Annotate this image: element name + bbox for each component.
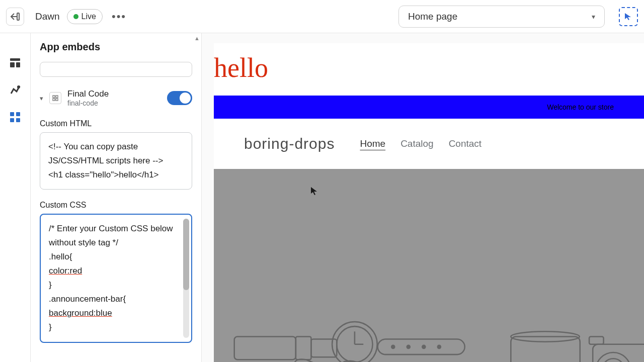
svg-point-32 <box>596 352 630 362</box>
live-dot-icon <box>73 14 78 19</box>
svg-rect-6 <box>16 112 20 116</box>
svg-rect-11 <box>53 99 55 101</box>
sidebar-title: App embeds <box>40 41 192 53</box>
hero-products-illustration <box>214 237 644 362</box>
svg-rect-10 <box>56 96 58 98</box>
embed-toggle[interactable] <box>167 91 192 105</box>
store-nav: Home Catalog Contact <box>360 138 481 149</box>
svg-point-22 <box>407 345 410 348</box>
embed-item: ▾ Final Code final-code <box>40 89 192 107</box>
svg-rect-7 <box>10 118 14 122</box>
preview-pane: hello Welcome to our store boring-drops … <box>202 33 644 362</box>
icon-rail <box>0 33 31 362</box>
embed-subtitle: final-code <box>67 99 161 107</box>
custom-html-textarea[interactable]: <!-- You can copy paste JS/CSS/HTML scri… <box>40 132 192 190</box>
collapse-chevron-icon[interactable]: ▾ <box>40 95 43 102</box>
svg-rect-34 <box>589 337 603 344</box>
announcement-bar: Welcome to our store <box>214 96 644 119</box>
theme-name: Dawn <box>35 11 60 22</box>
svg-point-21 <box>391 345 394 348</box>
live-label: Live <box>82 12 96 21</box>
store-header: boring-drops Home Catalog Contact <box>214 119 644 169</box>
cursor-icon <box>310 187 317 198</box>
svg-rect-8 <box>16 118 20 122</box>
app-embeds-rail-icon[interactable] <box>9 111 22 124</box>
truncated-field[interactable] <box>40 62 192 77</box>
settings-rail-icon[interactable] <box>9 83 22 97</box>
hello-heading: hello <box>214 43 644 96</box>
hero-section <box>214 169 644 362</box>
custom-css-textarea[interactable]: /* Enter your Custom CSS below without s… <box>40 214 192 342</box>
sections-rail-icon[interactable] <box>9 56 22 69</box>
sidebar: ▲ App embeds ▾ Final Code final-code Cus… <box>31 33 202 362</box>
svg-point-24 <box>438 345 441 348</box>
scroll-up-icon[interactable]: ▲ <box>194 35 200 41</box>
preview-frame[interactable]: hello Welcome to our store boring-drops … <box>214 43 644 362</box>
svg-point-33 <box>602 359 625 362</box>
chevron-down-icon: ▾ <box>592 13 595 21</box>
svg-rect-9 <box>53 96 55 98</box>
svg-rect-2 <box>10 62 15 67</box>
svg-point-23 <box>422 345 425 348</box>
toggle-knob <box>180 93 191 104</box>
custom-css-label: Custom CSS <box>40 201 192 210</box>
custom-html-label: Custom HTML <box>40 119 192 128</box>
inspector-button[interactable] <box>619 7 638 26</box>
live-badge: Live <box>67 9 103 24</box>
embed-app-icon <box>49 92 61 104</box>
svg-rect-20 <box>378 339 465 355</box>
store-name[interactable]: boring-drops <box>244 135 335 152</box>
embed-title: Final Code <box>67 89 161 99</box>
svg-point-4 <box>17 85 20 88</box>
svg-rect-5 <box>10 112 14 116</box>
svg-rect-0 <box>17 13 19 20</box>
nav-catalog[interactable]: Catalog <box>400 138 434 149</box>
svg-rect-14 <box>296 337 311 360</box>
page-selector-label: Home page <box>408 11 457 22</box>
page-selector[interactable]: Home page ▾ <box>398 6 605 28</box>
svg-rect-1 <box>10 58 20 61</box>
svg-rect-13 <box>234 337 296 360</box>
textarea-scrollbar[interactable] <box>183 219 189 337</box>
back-button[interactable] <box>6 8 24 26</box>
more-menu-button[interactable]: ••• <box>112 10 126 23</box>
scrollbar-thumb[interactable] <box>183 219 189 290</box>
svg-rect-3 <box>16 62 20 67</box>
nav-contact[interactable]: Contact <box>449 138 481 149</box>
svg-rect-12 <box>56 99 58 101</box>
announcement-text: Welcome to our store <box>547 103 614 111</box>
nav-home[interactable]: Home <box>360 138 385 149</box>
